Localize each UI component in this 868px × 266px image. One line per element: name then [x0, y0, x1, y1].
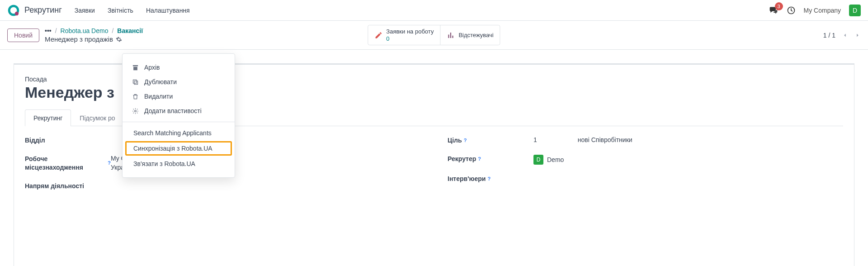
dropdown-add-properties[interactable]: Додати властивості	[123, 104, 235, 118]
dropdown-sync-robota[interactable]: Синхронізація з Robota.UA	[125, 141, 232, 156]
record-title: Менеджер з продажів	[45, 35, 113, 43]
gear-icon[interactable]	[116, 36, 122, 43]
gear-icon	[132, 108, 139, 114]
trash-icon	[132, 93, 139, 100]
messages-badge: 3	[775, 2, 783, 10]
industry-label: Напрям діяльності	[25, 182, 111, 190]
app-logo	[7, 4, 20, 17]
new-button[interactable]: Новий	[7, 28, 39, 42]
nav-settings[interactable]: Налаштування	[146, 7, 190, 14]
tab-summary[interactable]: Підсумок ро	[71, 109, 123, 126]
applications-label: Заявки на роботу	[386, 28, 434, 35]
pager-text[interactable]: 1 / 1	[823, 32, 835, 39]
target-text: нові Співробітники	[578, 136, 632, 143]
svg-point-5	[134, 110, 136, 112]
recruiter-value[interactable]: Demo	[547, 156, 564, 163]
pencil-icon	[374, 31, 382, 39]
svg-rect-4	[133, 80, 137, 83]
pager-prev-icon[interactable]	[842, 32, 848, 38]
smart-buttons: Заявки на роботу 0 Відстежувачі	[368, 25, 500, 45]
user-avatar[interactable]: D	[849, 5, 861, 16]
svg-point-1	[15, 11, 19, 15]
app-name[interactable]: Рекрутинг	[24, 5, 62, 15]
dropdown-search-matching[interactable]: Search Matching Applicants	[123, 126, 235, 140]
tab-recruitment[interactable]: Рекрутинг	[25, 109, 71, 126]
company-name[interactable]: My Company	[804, 7, 841, 14]
location-label: Робоче місцезнаходження?	[25, 155, 111, 172]
trackers-label: Відстежувачі	[458, 32, 493, 39]
pager-next-icon[interactable]	[854, 32, 861, 38]
department-label: Відділ	[25, 136, 111, 145]
interviewers-label: Інтерв'юери?	[448, 175, 533, 183]
messages-icon[interactable]: 3	[769, 6, 778, 15]
dropdown-archive[interactable]: Архів	[123, 60, 235, 75]
breadcrumb: ••• / Robota.ua Demo / Вакансії	[45, 27, 143, 34]
target-label: Ціль?	[448, 136, 533, 145]
help-icon[interactable]: ?	[478, 156, 481, 162]
nav-applications[interactable]: Заявки	[75, 7, 95, 14]
applications-count: 0	[386, 35, 434, 43]
dropdown-link-robota[interactable]: Зв'язати з Robota.UA	[123, 157, 235, 171]
recruiter-avatar: D	[533, 155, 543, 165]
breadcrumb-ellipsis[interactable]: •••	[45, 27, 52, 34]
archive-icon	[132, 64, 139, 71]
gear-dropdown: Архів Дублювати Видалити Додати властиво…	[122, 53, 235, 178]
breadcrumb-link-demo[interactable]: Robota.ua Demo	[61, 27, 108, 34]
trackers-smartbutton[interactable]: Відстежувачі	[440, 25, 500, 45]
dropdown-duplicate[interactable]: Дублювати	[123, 75, 235, 89]
nav-reporting[interactable]: Звітність	[108, 7, 133, 14]
dropdown-delete[interactable]: Видалити	[123, 89, 235, 104]
recruiter-label: Рекрутер?	[448, 155, 533, 163]
help-icon[interactable]: ?	[487, 176, 491, 182]
breadcrumb-link-vacancies[interactable]: Вакансії	[117, 27, 143, 34]
svg-rect-3	[134, 81, 138, 85]
activity-icon[interactable]	[787, 6, 796, 15]
help-icon[interactable]: ?	[464, 137, 467, 144]
target-value[interactable]: 1	[533, 136, 537, 143]
bar-chart-icon	[447, 31, 455, 39]
help-icon[interactable]: ?	[108, 160, 111, 166]
copy-icon	[132, 79, 139, 86]
applications-smartbutton[interactable]: Заявки на роботу 0	[368, 25, 440, 45]
